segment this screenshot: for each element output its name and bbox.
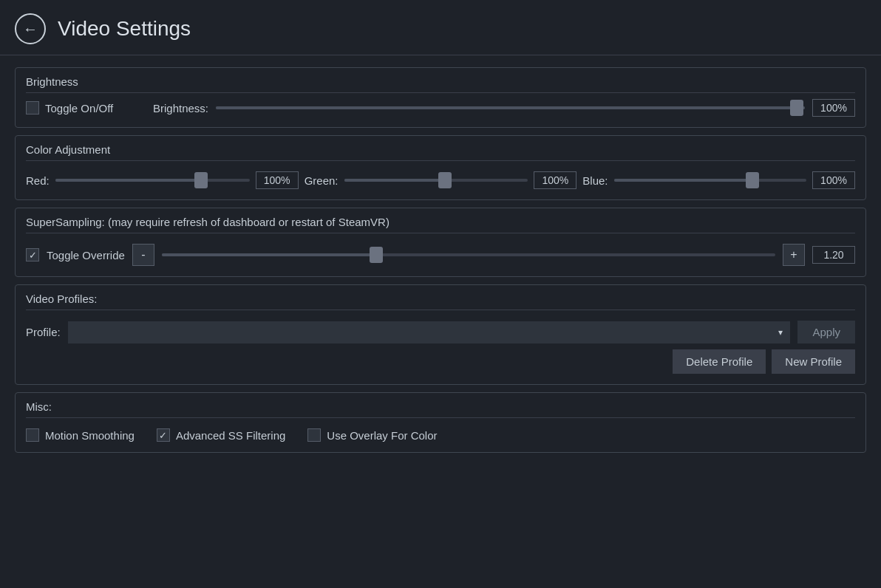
brightness-slider-label: Brightness: xyxy=(153,102,208,114)
ss-slider-thumb[interactable] xyxy=(370,247,383,263)
brightness-toggle-label: Toggle On/Off xyxy=(45,102,113,114)
supersampling-section: SuperSampling: (may require refresh of d… xyxy=(15,208,866,277)
red-group: Red: 100% xyxy=(26,171,299,189)
green-slider-fill xyxy=(344,179,446,182)
brightness-toggle-wrap: Toggle On/Off xyxy=(26,101,144,114)
ss-row: Toggle Override - + 1.20 xyxy=(26,239,855,266)
misc-row: Motion Smoothing Advanced SS Filtering U… xyxy=(26,424,855,442)
red-label: Red: xyxy=(26,174,50,187)
motion-smoothing-checkbox[interactable] xyxy=(26,428,39,442)
brightness-slider-thumb[interactable] xyxy=(790,100,803,116)
profile-select[interactable] xyxy=(68,321,791,343)
motion-smoothing-wrap[interactable]: Motion Smoothing xyxy=(26,428,135,442)
back-button[interactable]: ← xyxy=(15,13,46,44)
blue-slider-thumb[interactable] xyxy=(746,172,759,188)
profiles-actions: Delete Profile New Profile xyxy=(26,343,855,374)
misc-title: Misc: xyxy=(26,400,855,418)
blue-group: Blue: 100% xyxy=(582,171,855,189)
ss-slider-track[interactable] xyxy=(162,253,775,256)
blue-slider-fill xyxy=(614,179,753,182)
apply-button[interactable]: Apply xyxy=(797,321,855,343)
green-slider-track[interactable] xyxy=(344,179,528,182)
green-value[interactable]: 100% xyxy=(534,171,576,189)
brightness-slider-track[interactable] xyxy=(216,106,805,109)
red-slider-fill xyxy=(55,179,201,182)
red-value[interactable]: 100% xyxy=(256,171,299,189)
page-title: Video Settings xyxy=(58,17,191,41)
delete-profile-button[interactable]: Delete Profile xyxy=(673,349,766,374)
green-group: Green: 100% xyxy=(305,171,577,189)
color-row: Red: 100% Green: 100% Blue: xyxy=(26,167,855,189)
back-icon: ← xyxy=(23,21,38,38)
header: ← Video Settings xyxy=(0,0,881,55)
use-overlay-label: Use Overlay For Color xyxy=(327,429,437,442)
blue-slider-track[interactable] xyxy=(614,179,806,182)
color-adjustment-section: Color Adjustment Red: 100% Green: 100% xyxy=(15,135,866,200)
content-area: Brightness Toggle On/Off Brightness: 100… xyxy=(0,55,881,588)
brightness-section: Brightness Toggle On/Off Brightness: 100… xyxy=(15,67,866,128)
ss-toggle-checkbox[interactable] xyxy=(26,248,39,261)
blue-label: Blue: xyxy=(582,174,608,187)
blue-value[interactable]: 100% xyxy=(812,171,855,189)
video-profiles-title: Video Profiles: xyxy=(26,293,855,310)
red-slider-track[interactable] xyxy=(55,179,250,182)
supersampling-title: SuperSampling: (may require refresh of d… xyxy=(26,216,855,233)
ss-minus-button[interactable]: - xyxy=(132,244,154,266)
profiles-row: Profile: ▾ Apply xyxy=(26,316,855,343)
ss-toggle-label: Toggle Override xyxy=(47,249,125,261)
red-slider-thumb[interactable] xyxy=(194,172,208,188)
new-profile-button[interactable]: New Profile xyxy=(772,349,855,374)
brightness-toggle-checkbox[interactable] xyxy=(26,101,39,114)
ss-value[interactable]: 1.20 xyxy=(812,246,855,264)
green-label: Green: xyxy=(305,174,339,187)
use-overlay-wrap[interactable]: Use Overlay For Color xyxy=(307,428,437,442)
misc-section: Misc: Motion Smoothing Advanced SS Filte… xyxy=(15,392,866,453)
advanced-ss-wrap[interactable]: Advanced SS Filtering xyxy=(157,428,285,442)
profile-select-wrap: ▾ xyxy=(68,321,791,343)
brightness-slider-fill xyxy=(216,106,805,109)
ss-slider-fill xyxy=(162,253,377,256)
video-profiles-section: Video Profiles: Profile: ▾ Apply Delete … xyxy=(15,284,866,385)
profile-label: Profile: xyxy=(26,326,61,338)
use-overlay-checkbox[interactable] xyxy=(307,428,321,442)
brightness-slider-wrap: Brightness: 100% xyxy=(153,99,855,117)
advanced-ss-label: Advanced SS Filtering xyxy=(176,429,285,442)
motion-smoothing-label: Motion Smoothing xyxy=(45,429,135,442)
ss-plus-button[interactable]: + xyxy=(783,244,805,266)
brightness-title: Brightness xyxy=(26,75,855,93)
brightness-value[interactable]: 100% xyxy=(812,99,855,117)
color-adjustment-title: Color Adjustment xyxy=(26,143,855,161)
green-slider-thumb[interactable] xyxy=(438,172,452,188)
brightness-row: Toggle On/Off Brightness: 100% xyxy=(26,99,855,117)
advanced-ss-checkbox[interactable] xyxy=(157,428,170,442)
